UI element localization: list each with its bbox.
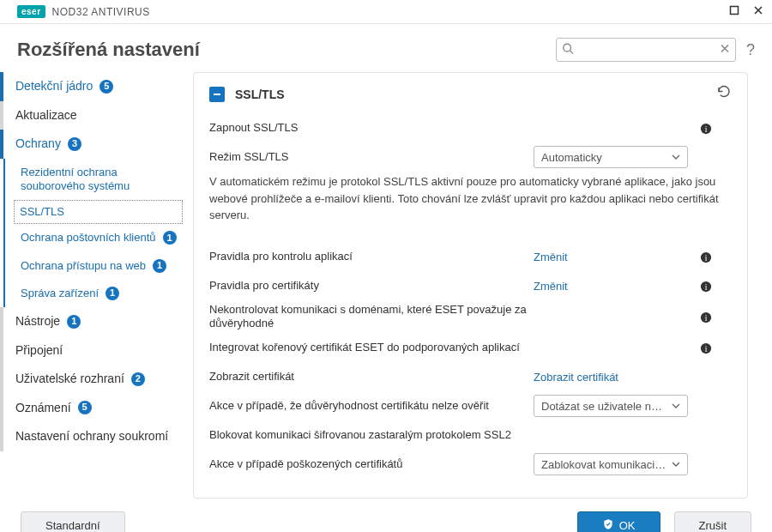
sidebar-badge: 3 [68,137,81,151]
sidebar-item-realtime[interactable]: Rezidentní ochrana souborového systému [5,159,193,201]
svg-text:i: i [705,282,708,292]
select-value: Dotázat se uživatele na platn… [541,400,666,413]
sidebar-item-privacy[interactable]: Nastavení ochrany soukromí [0,422,193,451]
row-label-block-ssl2: Blokovat komunikaci šifrovanou zastaralý… [209,428,527,443]
sidebar-item-label: Uživatelské rozhraní [15,372,124,387]
select-untrusted-action[interactable]: Dotázat se uživatele na platn… [534,395,688,417]
chevron-down-icon [672,151,680,164]
sidebar-badge: 1 [153,259,166,273]
brand-name: NOD32 ANTIVIRUS [52,6,150,18]
svg-text:i: i [705,313,708,323]
select-ssltls-mode[interactable]: Automaticky [534,146,688,168]
shield-icon [602,518,614,533]
sidebar-item-mail[interactable]: Ochrana poštovních klientů 1 [5,224,193,251]
select-value: Automaticky [541,151,602,164]
select-damaged-cert-action[interactable]: Zablokovat komunikaci využí… [534,453,688,475]
sidebar-item-protections[interactable]: Ochrany 3 [0,130,193,159]
svg-rect-0 [731,7,739,15]
sidebar-badge: 2 [131,372,145,386]
sidebar-badge: 1 [106,287,119,300]
row-label-damaged: Akce v případě poškozených certifikátů [209,457,527,472]
sidebar-item-label: Nástroje [15,314,60,329]
info-icon[interactable]: i [695,251,712,264]
sidebar-item-tools[interactable]: Nástroje 1 [0,307,193,336]
collapse-icon[interactable] [209,87,225,102]
page-title: Rozšířená nastavení [17,39,200,61]
brand-badge: eser [17,5,45,18]
settings-panel: SSL/TLS Zapnout SSL/TLS i Režim SSL/TLS … [193,72,748,499]
undo-icon[interactable] [716,85,732,103]
row-label-apprules: Pravidla pro kontrolu aplikací [209,250,527,264]
ok-button[interactable]: OK [577,511,660,532]
info-icon[interactable]: i [695,342,712,355]
sidebar-item-label: Ochrana poštovních klientů [21,231,156,245]
mode-description: V automatickém režimu je protokol SSL/TL… [209,173,732,224]
svg-text:i: i [705,344,708,354]
sidebar-item-notifications[interactable]: Oznámení 5 [0,394,193,423]
svg-point-1 [564,44,571,51]
cancel-button[interactable]: Zrušit [674,511,752,532]
sidebar-item-label: Rezidentní ochrana souborového systému [21,166,184,194]
chevron-down-icon [672,400,680,413]
search-input[interactable] [556,38,736,62]
sidebar-item-label: Nastavení ochrany soukromí [15,429,168,444]
sidebar-item-label: Aktualizace [15,108,77,124]
help-icon[interactable]: ? [746,41,755,59]
sidebar-item-web[interactable]: Ochrana přístupu na web 1 [5,252,193,280]
svg-text:i: i [705,124,708,133]
row-label-trusted-domains: Nekontrolovat komunikaci s doménami, kte… [209,303,527,332]
sidebar-item-device[interactable]: Správa zařízení 1 [5,280,193,307]
sidebar-item-ui[interactable]: Uživatelské rozhraní 2 [0,365,193,394]
close-icon[interactable] [753,5,763,18]
link-show-cert[interactable]: Zobrazit certifikát [534,371,688,384]
sidebar-badge: 1 [67,315,81,329]
sidebar-item-label: Oznámení [15,401,71,416]
button-label: Standardní [45,519,100,532]
button-label: OK [619,519,636,532]
sidebar-item-label: Detekční jádro [15,79,93,94]
link-edit-app-rules[interactable]: Změnit [534,251,688,263]
sidebar-item-detection-engine[interactable]: Detekční jádro 5 [0,72,193,101]
sidebar-item-connection[interactable]: Připojení [0,336,193,366]
chevron-down-icon [672,458,680,471]
sidebar-item-label: Správa zařízení [21,287,99,300]
sidebar-badge: 5 [78,401,92,414]
sidebar-badge: 1 [163,231,177,245]
search-icon [562,43,574,57]
panel-title: SSL/TLS [235,88,706,101]
sidebar-item-label: Připojení [15,343,63,359]
sidebar-item-label: Ochrana přístupu na web [21,259,146,273]
info-icon[interactable]: i [695,280,712,293]
maximize-icon[interactable] [729,5,739,18]
link-edit-cert-rules[interactable]: Změnit [534,280,688,293]
sidebar-item-update[interactable]: Aktualizace [0,101,193,130]
row-label-root-cert: Integrovat kořenový certifikát ESET do p… [209,341,527,355]
sidebar-item-label: Ochrany [15,136,61,152]
default-button[interactable]: Standardní [21,511,125,532]
row-label-show-cert: Zobrazit certifikát [209,370,527,384]
sidebar-item-label: SSL/TLS [20,205,64,219]
sidebar-badge: 5 [100,80,113,94]
row-label-enable: Zapnout SSL/TLS [209,121,527,136]
row-label-untrusted: Akce v případě, že důvěryhodnost certifi… [209,399,527,414]
svg-text:i: i [705,253,708,263]
button-label: Zrušit [699,519,727,532]
row-label-mode: Režim SSL/TLS [209,150,527,165]
sidebar: Detekční jádro 5 Aktualizace Ochrany 3 R… [0,72,193,501]
sidebar-item-ssltls[interactable]: SSL/TLS [14,200,183,224]
info-icon[interactable]: i [695,121,712,135]
row-label-certrules: Pravidla pro certifikáty [209,279,527,293]
info-icon[interactable]: i [695,311,712,324]
clear-search-icon[interactable] [720,44,730,57]
select-value: Zablokovat komunikaci využí… [541,458,666,471]
